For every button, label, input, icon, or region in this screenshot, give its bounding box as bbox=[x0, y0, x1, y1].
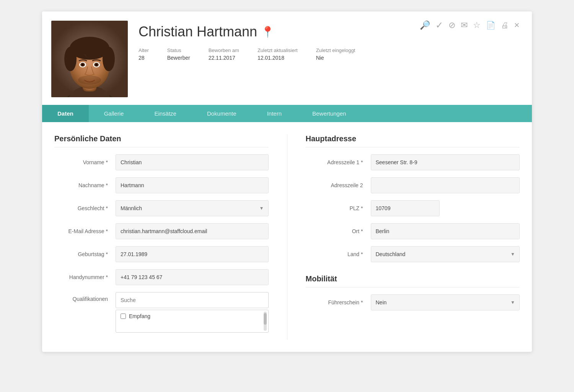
geburtstag-row: Geburtstag * bbox=[54, 246, 269, 262]
nachname-input[interactable] bbox=[116, 177, 269, 193]
eingeloggt-label: Zuletzt eingeloggt bbox=[316, 47, 355, 53]
email-input[interactable] bbox=[116, 223, 269, 239]
tab-bar: Daten Gallerie Einsätze Dokumente Intern… bbox=[42, 105, 532, 122]
alter-value: 28 bbox=[139, 55, 149, 61]
ort-label: Ort * bbox=[306, 228, 371, 234]
profile-photo bbox=[51, 21, 128, 97]
email-row: E-Mail Adresse * bbox=[54, 223, 269, 239]
mobility-section: Mobilität Führerschein * Nein Ja B BE C … bbox=[306, 274, 520, 310]
geschlecht-select-wrapper: Männlich Weiblich Divers ▼ bbox=[116, 200, 269, 216]
land-row: Land * Deutschland Österreich Schweiz ▼ bbox=[306, 246, 520, 262]
adresszeile2-input[interactable] bbox=[371, 177, 520, 193]
pdf-action-icon[interactable]: 📄 bbox=[486, 21, 496, 29]
plz-input[interactable] bbox=[371, 200, 440, 216]
eingeloggt-value: Nie bbox=[316, 55, 355, 61]
vorname-label: Vorname * bbox=[54, 159, 116, 165]
close-action-icon[interactable]: ✕ bbox=[514, 22, 520, 29]
personal-section-title: Persönliche Daten bbox=[54, 134, 269, 147]
meta-beworben: Beworben am 22.11.2017 bbox=[209, 47, 239, 61]
profile-meta: Alter 28 Status Bewerber Beworben am 22.… bbox=[139, 47, 520, 61]
meta-alter: Alter 28 bbox=[139, 47, 149, 61]
ort-input[interactable] bbox=[371, 223, 520, 239]
tab-intern[interactable]: Intern bbox=[252, 105, 297, 122]
fuehrerschein-row: Führerschein * Nein Ja B BE C ▼ bbox=[306, 294, 520, 310]
handynummer-input[interactable] bbox=[116, 269, 269, 285]
name-text: Christian Hartmann bbox=[139, 24, 257, 40]
qualifikationen-search-input[interactable] bbox=[116, 292, 269, 308]
profile-card: Christian Hartmann 📍 Alter 28 Status Bew… bbox=[42, 11, 532, 352]
land-select[interactable]: Deutschland Österreich Schweiz bbox=[371, 246, 520, 262]
adresszeile2-row: Adresszeile 2 bbox=[306, 177, 520, 193]
meta-status: Status Bewerber bbox=[167, 47, 190, 61]
mail-action-icon[interactable]: ✉ bbox=[461, 21, 468, 29]
svg-point-6 bbox=[64, 47, 77, 71]
svg-point-7 bbox=[103, 47, 115, 71]
adresszeile1-row: Adresszeile 1 * bbox=[306, 154, 520, 170]
handynummer-row: Handynummer * bbox=[54, 269, 269, 285]
fuehrerschein-label: Führerschein * bbox=[306, 299, 371, 305]
search-action-icon[interactable]: 🔎 bbox=[420, 21, 430, 29]
alter-label: Alter bbox=[139, 47, 149, 53]
tab-bewertungen[interactable]: Bewertungen bbox=[297, 105, 361, 122]
tab-gallerie[interactable]: Gallerie bbox=[89, 105, 139, 122]
ban-action-icon[interactable]: ⊘ bbox=[448, 21, 455, 29]
qualifikationen-field: Empfang bbox=[116, 292, 269, 333]
scrollbar-thumb bbox=[264, 313, 267, 325]
vorname-row: Vorname * bbox=[54, 154, 269, 170]
qualifikationen-list: Empfang bbox=[116, 310, 269, 333]
aktualisiert-value: 12.01.2018 bbox=[258, 55, 298, 61]
beworben-value: 22.11.2017 bbox=[209, 55, 239, 61]
tab-dokumente[interactable]: Dokumente bbox=[192, 105, 252, 122]
personal-data-section: Persönliche Daten Vorname * Nachname * G… bbox=[54, 134, 287, 340]
tab-daten[interactable]: Daten bbox=[42, 105, 89, 122]
empfang-checkbox[interactable] bbox=[121, 314, 126, 319]
plz-row: PLZ * bbox=[306, 200, 520, 216]
aktualisiert-label: Zuletzt aktualisiert bbox=[258, 47, 298, 53]
address-section-title: Hauptadresse bbox=[306, 134, 520, 147]
fuehrerschein-select-wrapper: Nein Ja B BE C ▼ bbox=[371, 294, 520, 310]
address-mobility-section: Hauptadresse Adresszeile 1 * Adresszeile… bbox=[287, 134, 520, 340]
check-action-icon[interactable]: ✓ bbox=[435, 21, 443, 30]
action-icons: 🔎 ✓ ⊘ ✉ ☆ 📄 🖨 ✕ bbox=[420, 21, 520, 30]
nachname-label: Nachname * bbox=[54, 182, 116, 188]
fuehrerschein-select[interactable]: Nein Ja B BE C bbox=[371, 294, 520, 310]
star-action-icon[interactable]: ☆ bbox=[473, 21, 481, 29]
tab-einsaetze[interactable]: Einsätze bbox=[139, 105, 192, 122]
location-icon: 📍 bbox=[261, 26, 274, 38]
geschlecht-select[interactable]: Männlich Weiblich Divers bbox=[116, 200, 269, 216]
meta-aktualisiert: Zuletzt aktualisiert 12.01.2018 bbox=[258, 47, 298, 61]
profile-header: Christian Hartmann 📍 Alter 28 Status Bew… bbox=[42, 11, 532, 105]
adresszeile2-label: Adresszeile 2 bbox=[306, 182, 371, 188]
nachname-row: Nachname * bbox=[54, 177, 269, 193]
qualif-empfang-row: Empfang bbox=[121, 313, 264, 319]
status-label: Status bbox=[167, 47, 190, 53]
status-value: Bewerber bbox=[167, 55, 190, 61]
geschlecht-label: Geschlecht * bbox=[54, 205, 116, 211]
ort-row: Ort * bbox=[306, 223, 520, 239]
print-action-icon[interactable]: 🖨 bbox=[501, 21, 509, 29]
land-select-wrapper: Deutschland Österreich Schweiz ▼ bbox=[371, 246, 520, 262]
vorname-input[interactable] bbox=[116, 154, 269, 170]
adresszeile1-input[interactable] bbox=[371, 154, 520, 170]
qualifikationen-row: Qualifikationen Empfang bbox=[54, 292, 269, 333]
svg-point-13 bbox=[95, 64, 98, 66]
handynummer-label: Handynummer * bbox=[54, 274, 116, 280]
svg-point-10 bbox=[82, 64, 84, 66]
adresszeile1-label: Adresszeile 1 * bbox=[306, 159, 371, 165]
empfang-label: Empfang bbox=[129, 313, 150, 319]
svg-point-14 bbox=[78, 75, 101, 85]
mobility-section-title: Mobilität bbox=[306, 274, 520, 287]
email-label: E-Mail Adresse * bbox=[54, 228, 116, 234]
geburtstag-label: Geburtstag * bbox=[54, 251, 116, 257]
land-label: Land * bbox=[306, 251, 371, 257]
geschlecht-row: Geschlecht * Männlich Weiblich Divers ▼ bbox=[54, 200, 269, 216]
scrollbar bbox=[264, 312, 267, 331]
qualifikationen-label: Qualifikationen bbox=[54, 292, 116, 302]
geburtstag-input[interactable] bbox=[116, 246, 269, 262]
meta-eingeloggt: Zuletzt eingeloggt Nie bbox=[316, 47, 355, 61]
beworben-label: Beworben am bbox=[209, 47, 239, 53]
plz-label: PLZ * bbox=[306, 205, 371, 211]
main-content: Persönliche Daten Vorname * Nachname * G… bbox=[42, 122, 532, 352]
